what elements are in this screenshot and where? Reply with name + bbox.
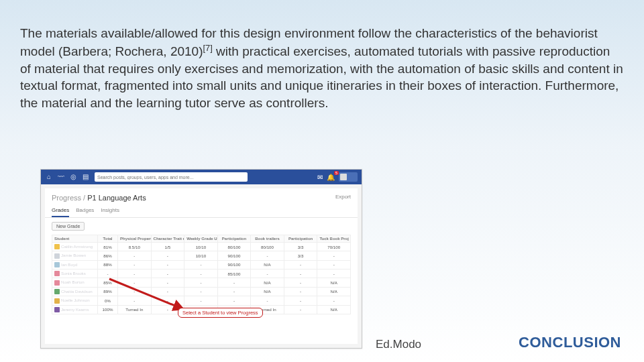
library-icon[interactable]: ▤ bbox=[81, 173, 89, 181]
col-c5: Book trailers bbox=[251, 235, 284, 243]
table-row[interactable]: Sonia Brooks----85/100--- bbox=[52, 269, 351, 278]
edmodo-topbar: ⌂ 〰 ◎ ▤ ✉ 🔔 5 bbox=[41, 170, 362, 184]
col-c2: Character Trait representation bbox=[151, 235, 184, 243]
citation-sup: [7] bbox=[203, 43, 212, 53]
tabs: Grades Badges Insights bbox=[45, 203, 358, 218]
table-header-row: Student Total Physical Properties Practi… bbox=[52, 235, 351, 243]
notification-count-badge: 5 bbox=[334, 171, 339, 175]
table-row[interactable]: Noah Burton85%----N/A-N/A bbox=[52, 278, 351, 287]
home-icon[interactable]: ⌂ bbox=[45, 173, 53, 181]
col-c3: Weekly Grade Update bbox=[184, 235, 218, 243]
breadcrumb: Progress / P1 Language Arts bbox=[45, 188, 358, 203]
tab-badges[interactable]: Badges bbox=[76, 207, 94, 217]
breadcrumb-prefix: Progress / bbox=[52, 194, 87, 202]
col-c7: Tuck Book Proj bbox=[317, 235, 351, 243]
table-row[interactable]: Ian Boyd88%---90/100N/A-- bbox=[52, 260, 351, 269]
search-input[interactable] bbox=[95, 172, 248, 182]
col-c6: Participation bbox=[284, 235, 317, 243]
edmodo-screenshot: ⌂ 〰 ◎ ▤ ✉ 🔔 5 Progress / bbox=[40, 169, 362, 349]
notifications-icon[interactable]: 🔔 5 bbox=[327, 174, 335, 181]
figure-caption: Ed.Modo bbox=[376, 338, 421, 351]
table-row[interactable]: Noelle Johnson0%------- bbox=[52, 296, 351, 305]
avatar bbox=[340, 174, 347, 180]
grades-tbody: Caitlin Armstrong81%8.5/101/510/1080/100… bbox=[52, 243, 351, 314]
table-row[interactable]: Caitlin Armstrong81%8.5/101/510/1080/100… bbox=[52, 243, 351, 251]
tab-grades[interactable]: Grades bbox=[52, 207, 69, 217]
export-link[interactable]: Export bbox=[335, 194, 351, 200]
discover-icon[interactable]: ◎ bbox=[69, 173, 77, 181]
search-wrap bbox=[95, 172, 312, 182]
topbar-right: ✉ 🔔 5 bbox=[317, 172, 358, 182]
account-menu[interactable] bbox=[339, 172, 358, 182]
callout-pill: Select a Student to view Progress bbox=[178, 308, 263, 318]
col-c1: Physical Properties Practice 1 bbox=[118, 235, 152, 243]
col-c4: Participation bbox=[217, 235, 251, 243]
table-row[interactable]: Chaitia Davidson89%----N/A-N/A bbox=[52, 287, 351, 296]
col-student: Student bbox=[52, 235, 98, 243]
col-total: Total bbox=[98, 235, 118, 243]
table-row[interactable]: Jamie Bowen86%--10/1090/100-3/3- bbox=[52, 251, 351, 260]
figure-area: ⌂ 〰 ◎ ▤ ✉ 🔔 5 Progress / bbox=[40, 169, 604, 349]
messages-icon[interactable]: ✉ bbox=[317, 174, 323, 181]
grades-table: Student Total Physical Properties Practi… bbox=[52, 235, 351, 314]
edmodo-content: Progress / P1 Language Arts Export Grade… bbox=[45, 188, 358, 344]
breadcrumb-page: P1 Language Arts bbox=[87, 194, 146, 202]
body-paragraph: The materials available/allowed for this… bbox=[20, 25, 624, 112]
slide: The materials available/allowed for this… bbox=[0, 0, 644, 362]
new-grade-button[interactable]: New Grade bbox=[52, 222, 85, 231]
progress-icon[interactable]: 〰 bbox=[57, 173, 65, 181]
nav-icons: ⌂ 〰 ◎ ▤ bbox=[45, 173, 89, 181]
tab-insights[interactable]: Insights bbox=[101, 207, 119, 217]
conclusion-heading: CONCLUSION bbox=[519, 334, 621, 351]
